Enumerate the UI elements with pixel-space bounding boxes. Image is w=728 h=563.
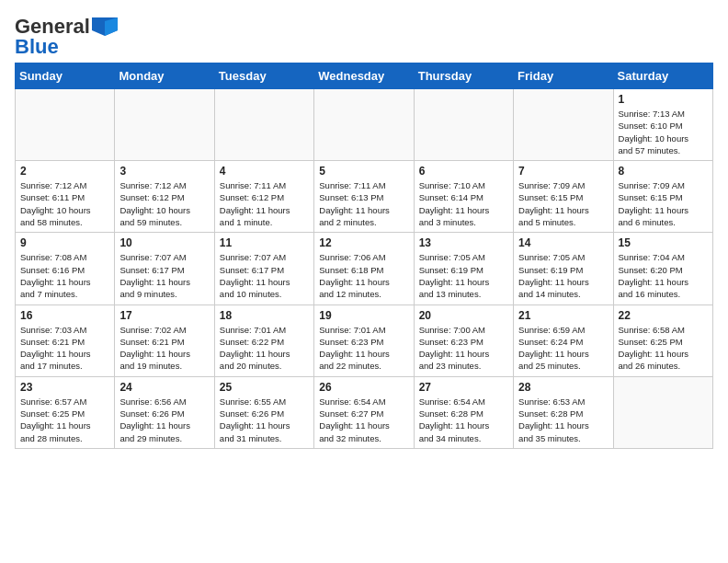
day-cell: 7Sunrise: 7:09 AM Sunset: 6:15 PM Daylig…	[514, 161, 613, 233]
day-info: Sunrise: 7:05 AM Sunset: 6:19 PM Dayligh…	[518, 251, 608, 300]
day-info: Sunrise: 7:12 AM Sunset: 6:12 PM Dayligh…	[119, 179, 209, 228]
week-row-3: 16Sunrise: 7:03 AM Sunset: 6:21 PM Dayli…	[16, 304, 713, 376]
day-info: Sunrise: 7:00 AM Sunset: 6:23 PM Dayligh…	[419, 324, 508, 373]
day-info: Sunrise: 6:59 AM Sunset: 6:24 PM Dayligh…	[518, 324, 608, 373]
header-sunday: Sunday	[16, 63, 115, 89]
header-monday: Monday	[115, 63, 214, 89]
day-info: Sunrise: 6:57 AM Sunset: 6:25 PM Dayligh…	[20, 396, 109, 444]
day-number: 7	[518, 165, 608, 178]
logo-flag-icon	[92, 17, 118, 36]
day-number: 27	[419, 381, 508, 394]
day-number: 3	[119, 165, 209, 178]
day-info: Sunrise: 7:07 AM Sunset: 6:17 PM Dayligh…	[220, 251, 309, 300]
day-cell: 16Sunrise: 7:03 AM Sunset: 6:21 PM Dayli…	[16, 304, 115, 376]
day-cell: 1Sunrise: 7:13 AM Sunset: 6:10 PM Daylig…	[613, 89, 712, 161]
day-cell: 20Sunrise: 7:00 AM Sunset: 6:23 PM Dayli…	[414, 304, 513, 376]
day-info: Sunrise: 7:11 AM Sunset: 6:13 PM Dayligh…	[319, 179, 408, 228]
week-row-1: 2Sunrise: 7:12 AM Sunset: 6:11 PM Daylig…	[16, 161, 713, 233]
day-cell	[115, 89, 214, 161]
day-number: 22	[619, 309, 708, 322]
day-number: 4	[220, 165, 309, 178]
day-cell: 15Sunrise: 7:04 AM Sunset: 6:20 PM Dayli…	[613, 233, 712, 304]
day-cell	[214, 89, 313, 161]
day-cell: 9Sunrise: 7:08 AM Sunset: 6:16 PM Daylig…	[16, 233, 115, 304]
day-number: 20	[419, 309, 508, 322]
day-number: 9	[20, 236, 109, 249]
day-cell: 6Sunrise: 7:10 AM Sunset: 6:14 PM Daylig…	[414, 161, 513, 233]
day-info: Sunrise: 7:09 AM Sunset: 6:15 PM Dayligh…	[619, 179, 708, 228]
day-info: Sunrise: 6:56 AM Sunset: 6:26 PM Dayligh…	[119, 396, 209, 444]
header-wednesday: Wednesday	[314, 63, 414, 89]
day-cell: 4Sunrise: 7:11 AM Sunset: 6:12 PM Daylig…	[214, 161, 313, 233]
day-number: 8	[619, 165, 708, 178]
day-cell: 22Sunrise: 6:58 AM Sunset: 6:25 PM Dayli…	[613, 304, 712, 376]
day-info: Sunrise: 7:06 AM Sunset: 6:18 PM Dayligh…	[319, 251, 408, 300]
header-tuesday: Tuesday	[214, 63, 313, 89]
day-number: 14	[518, 236, 608, 249]
day-info: Sunrise: 7:05 AM Sunset: 6:19 PM Dayligh…	[419, 251, 508, 300]
day-cell: 18Sunrise: 7:01 AM Sunset: 6:22 PM Dayli…	[214, 304, 313, 376]
day-cell: 11Sunrise: 7:07 AM Sunset: 6:17 PM Dayli…	[214, 233, 313, 304]
day-cell: 14Sunrise: 7:05 AM Sunset: 6:19 PM Dayli…	[514, 233, 613, 304]
header-saturday: Saturday	[613, 63, 712, 89]
day-cell	[16, 89, 115, 161]
day-cell: 21Sunrise: 6:59 AM Sunset: 6:24 PM Dayli…	[514, 304, 613, 376]
day-number: 6	[419, 165, 508, 178]
day-info: Sunrise: 7:01 AM Sunset: 6:22 PM Dayligh…	[220, 324, 309, 373]
week-row-4: 23Sunrise: 6:57 AM Sunset: 6:25 PM Dayli…	[16, 376, 713, 448]
day-number: 5	[319, 165, 408, 178]
day-info: Sunrise: 6:53 AM Sunset: 6:28 PM Dayligh…	[518, 396, 608, 444]
day-number: 10	[119, 236, 209, 249]
day-cell: 26Sunrise: 6:54 AM Sunset: 6:27 PM Dayli…	[314, 376, 414, 448]
day-info: Sunrise: 7:01 AM Sunset: 6:23 PM Dayligh…	[319, 324, 408, 373]
calendar-table: SundayMondayTuesdayWednesdayThursdayFrid…	[15, 63, 713, 449]
day-number: 11	[220, 236, 309, 249]
day-cell	[613, 376, 712, 448]
day-info: Sunrise: 7:13 AM Sunset: 6:10 PM Dayligh…	[619, 108, 708, 156]
day-number: 13	[419, 236, 508, 249]
day-number: 17	[119, 309, 209, 322]
day-number: 15	[619, 236, 708, 249]
day-cell	[314, 89, 414, 161]
page-header: General Blue	[15, 15, 713, 59]
day-number: 28	[518, 381, 608, 394]
day-info: Sunrise: 7:12 AM Sunset: 6:11 PM Dayligh…	[20, 179, 109, 228]
day-number: 24	[119, 381, 209, 394]
day-cell: 28Sunrise: 6:53 AM Sunset: 6:28 PM Dayli…	[514, 376, 613, 448]
day-number: 25	[220, 381, 309, 394]
day-info: Sunrise: 6:54 AM Sunset: 6:27 PM Dayligh…	[319, 396, 408, 444]
day-number: 21	[518, 309, 608, 322]
logo-blue: Blue	[15, 35, 59, 59]
day-cell: 25Sunrise: 6:55 AM Sunset: 6:26 PM Dayli…	[214, 376, 313, 448]
day-cell	[414, 89, 513, 161]
logo: General Blue	[15, 15, 118, 59]
day-info: Sunrise: 7:07 AM Sunset: 6:17 PM Dayligh…	[119, 251, 209, 300]
day-info: Sunrise: 7:08 AM Sunset: 6:16 PM Dayligh…	[20, 251, 109, 300]
day-info: Sunrise: 6:58 AM Sunset: 6:25 PM Dayligh…	[619, 324, 708, 373]
day-cell: 5Sunrise: 7:11 AM Sunset: 6:13 PM Daylig…	[314, 161, 414, 233]
day-number: 16	[20, 309, 109, 322]
day-number: 2	[20, 165, 109, 178]
day-cell: 10Sunrise: 7:07 AM Sunset: 6:17 PM Dayli…	[115, 233, 214, 304]
day-cell: 27Sunrise: 6:54 AM Sunset: 6:28 PM Dayli…	[414, 376, 513, 448]
day-number: 19	[319, 309, 408, 322]
week-row-2: 9Sunrise: 7:08 AM Sunset: 6:16 PM Daylig…	[16, 233, 713, 304]
day-number: 12	[319, 236, 408, 249]
day-cell: 2Sunrise: 7:12 AM Sunset: 6:11 PM Daylig…	[16, 161, 115, 233]
day-cell: 13Sunrise: 7:05 AM Sunset: 6:19 PM Dayli…	[414, 233, 513, 304]
day-info: Sunrise: 7:02 AM Sunset: 6:21 PM Dayligh…	[119, 324, 209, 373]
day-info: Sunrise: 7:11 AM Sunset: 6:12 PM Dayligh…	[220, 179, 309, 228]
weekday-header-row: SundayMondayTuesdayWednesdayThursdayFrid…	[16, 63, 713, 89]
day-cell: 23Sunrise: 6:57 AM Sunset: 6:25 PM Dayli…	[16, 376, 115, 448]
day-info: Sunrise: 6:54 AM Sunset: 6:28 PM Dayligh…	[419, 396, 508, 444]
day-number: 1	[619, 93, 708, 106]
day-cell: 8Sunrise: 7:09 AM Sunset: 6:15 PM Daylig…	[613, 161, 712, 233]
week-row-0: 1Sunrise: 7:13 AM Sunset: 6:10 PM Daylig…	[16, 89, 713, 161]
day-cell: 19Sunrise: 7:01 AM Sunset: 6:23 PM Dayli…	[314, 304, 414, 376]
day-cell: 24Sunrise: 6:56 AM Sunset: 6:26 PM Dayli…	[115, 376, 214, 448]
day-number: 26	[319, 381, 408, 394]
day-cell: 17Sunrise: 7:02 AM Sunset: 6:21 PM Dayli…	[115, 304, 214, 376]
header-thursday: Thursday	[414, 63, 513, 89]
day-info: Sunrise: 6:55 AM Sunset: 6:26 PM Dayligh…	[220, 396, 309, 444]
day-number: 23	[20, 381, 109, 394]
